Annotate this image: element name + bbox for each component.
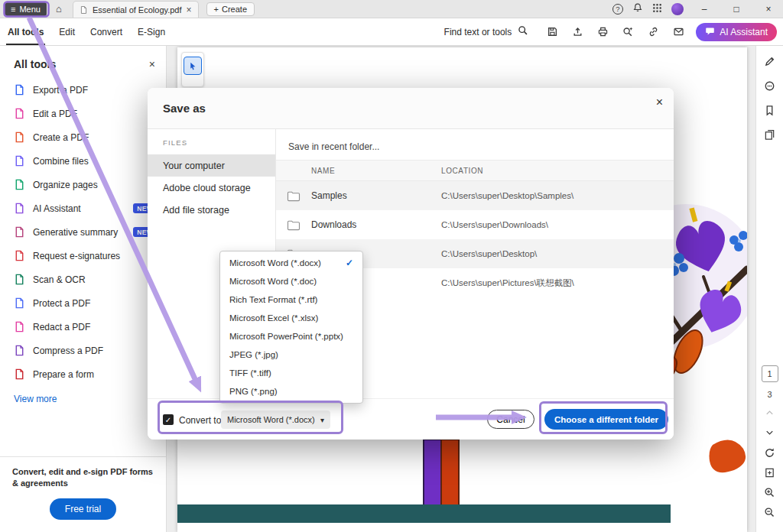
- format-option-tiff[interactable]: TIFF (*.tiff): [220, 364, 362, 382]
- hamburger-icon: ≡: [11, 5, 15, 14]
- format-option-rtf[interactable]: Rich Text Format (*.rtf): [220, 290, 362, 309]
- choose-different-folder-button[interactable]: Choose a different folder: [544, 409, 668, 430]
- format-option-xlsx[interactable]: Microsoft Excel (*.xlsx): [220, 309, 362, 327]
- source-your-computer[interactable]: Your computer: [148, 154, 275, 177]
- print-button[interactable]: [596, 25, 609, 39]
- format-option-pptx[interactable]: Microsoft PowerPoint (*.pptx): [220, 327, 362, 345]
- recent-folder-row[interactable]: Downloads C:\Users\super\Downloads\: [276, 210, 674, 239]
- recent-folders-header: NAME LOCATION: [276, 160, 674, 181]
- redact-pdf-icon: [14, 321, 25, 332]
- cursor-arrow-icon: [188, 61, 198, 71]
- dialog-title: Save as: [163, 102, 206, 115]
- sidebar-item-organize-pages[interactable]: Organize pages: [0, 173, 166, 196]
- sidebar-title: All tools: [14, 58, 56, 70]
- files-section-label: FILES: [148, 138, 275, 154]
- bookmarks-panel-button[interactable]: [763, 104, 777, 116]
- next-page-button[interactable]: [763, 427, 777, 439]
- protect-pdf-icon: [14, 297, 25, 309]
- name-header: NAME: [311, 167, 441, 175]
- link-button[interactable]: [646, 25, 660, 39]
- edit-pdf-icon: [14, 108, 25, 119]
- page-thumbnails-panel-button[interactable]: [763, 128, 777, 141]
- menu-button[interactable]: ≡ Menu: [5, 2, 47, 16]
- close-dialog-button[interactable]: ×: [656, 96, 663, 109]
- close-tab-icon[interactable]: ×: [187, 5, 192, 15]
- dialog-footer: ✓ Convert to Microsoft Word (*.docx) ▾ C…: [148, 398, 674, 440]
- organize-pages-icon: [14, 179, 25, 190]
- apps-grid-icon[interactable]: [652, 2, 662, 16]
- annotate-panel-button[interactable]: [763, 55, 777, 67]
- sidebar-item-compress-a-pdf[interactable]: Compress a PDF: [0, 339, 166, 362]
- minimize-button[interactable]: –: [693, 0, 716, 18]
- format-select[interactable]: Microsoft Word (*.docx) ▾: [221, 410, 330, 429]
- sidebar-item-ai-assistant[interactable]: AI Assistant NEW: [0, 196, 166, 220]
- comments-panel-button[interactable]: [763, 79, 777, 92]
- save-button[interactable]: [545, 25, 559, 39]
- close-sidebar-button[interactable]: ×: [149, 58, 155, 70]
- right-rail: 1 3: [755, 46, 783, 532]
- source-add-file-storage[interactable]: Add file storage: [148, 199, 275, 221]
- tab-e-sign[interactable]: E-Sign: [130, 18, 173, 45]
- format-option-docx[interactable]: Microsoft Word (*.docx) ✓: [220, 254, 362, 272]
- recent-folder-label: Save in recent folder...: [276, 129, 674, 160]
- fit-page-button[interactable]: [763, 466, 777, 478]
- plus-icon: +: [214, 5, 219, 14]
- toolbar-actions: [545, 25, 685, 39]
- sidebar-item-generative-summary[interactable]: Generative summary NEW: [0, 220, 166, 244]
- dialog-header: Save as ×: [148, 88, 674, 129]
- cancel-button[interactable]: Cancel: [487, 410, 534, 429]
- prepare-form-icon: [14, 368, 25, 380]
- ai-assistant-button[interactable]: AI Assistant: [696, 23, 777, 41]
- ai-search-button[interactable]: [621, 25, 635, 39]
- check-icon: ✓: [346, 258, 353, 268]
- refresh-button[interactable]: [763, 446, 777, 459]
- sidebar-item-scan-ocr[interactable]: Scan & OCR: [0, 268, 166, 291]
- maximize-button[interactable]: □: [725, 0, 748, 18]
- menu-label: Menu: [19, 5, 41, 14]
- create-button[interactable]: + Create: [206, 2, 255, 16]
- sidebar-item-export-a-pdf[interactable]: Export a PDF: [0, 78, 166, 102]
- share-upload-button[interactable]: [570, 25, 584, 39]
- previous-page-button[interactable]: [763, 407, 777, 419]
- sidebar-item-prepare-a-form[interactable]: Prepare a form: [0, 362, 166, 386]
- zoom-out-button[interactable]: [763, 506, 777, 518]
- sidebar-item-combine-files[interactable]: Combine files: [0, 149, 166, 173]
- select-tool-button[interactable]: [184, 57, 202, 75]
- scan-ocr-icon: [14, 274, 25, 285]
- page-number-input[interactable]: 1: [762, 365, 778, 382]
- notifications-icon[interactable]: [632, 2, 643, 16]
- sidebar-footer: Convert, edit and e-sign PDF forms & agr…: [0, 456, 166, 532]
- sidebar-item-protect-a-pdf[interactable]: Protect a PDF: [0, 291, 166, 315]
- compress-pdf-icon: [14, 345, 25, 356]
- sidebar-item-create-a-pdf[interactable]: Create a PDF: [0, 125, 166, 149]
- find-text-or-tools[interactable]: Find text or tools: [444, 25, 529, 38]
- sidebar-item-edit-a-pdf[interactable]: Edit a PDF: [0, 102, 166, 125]
- folder-icon: [276, 219, 311, 231]
- tab-convert[interactable]: Convert: [83, 18, 130, 45]
- tab-all-tools[interactable]: All tools: [0, 18, 51, 45]
- email-button[interactable]: [671, 25, 685, 39]
- format-option-jpg[interactable]: JPEG (*.jpg): [220, 345, 362, 364]
- format-option-doc[interactable]: Microsoft Word (*.doc): [220, 272, 362, 290]
- location-header: LOCATION: [441, 167, 674, 175]
- format-option-png[interactable]: PNG (*.png): [220, 382, 362, 401]
- help-icon[interactable]: ?: [612, 4, 623, 15]
- format-dropdown-menu: Microsoft Word (*.docx) ✓ Microsoft Word…: [219, 251, 363, 404]
- sidebar-item-redact-a-pdf[interactable]: Redact a PDF: [0, 315, 166, 339]
- free-trial-button[interactable]: Free trial: [50, 498, 116, 520]
- recent-folder-row[interactable]: Samples C:\Users\super\Desktop\Samples\: [276, 181, 674, 210]
- zoom-in-button[interactable]: [763, 486, 777, 498]
- sidebar-item-request-e-signatures[interactable]: Request e-signatures: [0, 244, 166, 268]
- document-tab[interactable]: Essential of Ecology.pdf ×: [73, 1, 199, 18]
- pdf-file-icon: [80, 5, 88, 15]
- ai-assistant-tool-icon: [14, 203, 25, 214]
- convert-to-label: Convert to: [179, 415, 221, 426]
- tab-edit[interactable]: Edit: [51, 18, 83, 45]
- source-adobe-cloud-storage[interactable]: Adobe cloud storage: [148, 177, 275, 199]
- close-window-button[interactable]: ×: [757, 0, 780, 18]
- convert-to-checkbox[interactable]: ✓: [163, 414, 174, 425]
- profile-avatar[interactable]: [671, 3, 684, 15]
- home-button[interactable]: ⌂: [50, 2, 68, 17]
- request-e-signatures-icon: [14, 250, 25, 261]
- view-more-link[interactable]: View more: [0, 386, 166, 412]
